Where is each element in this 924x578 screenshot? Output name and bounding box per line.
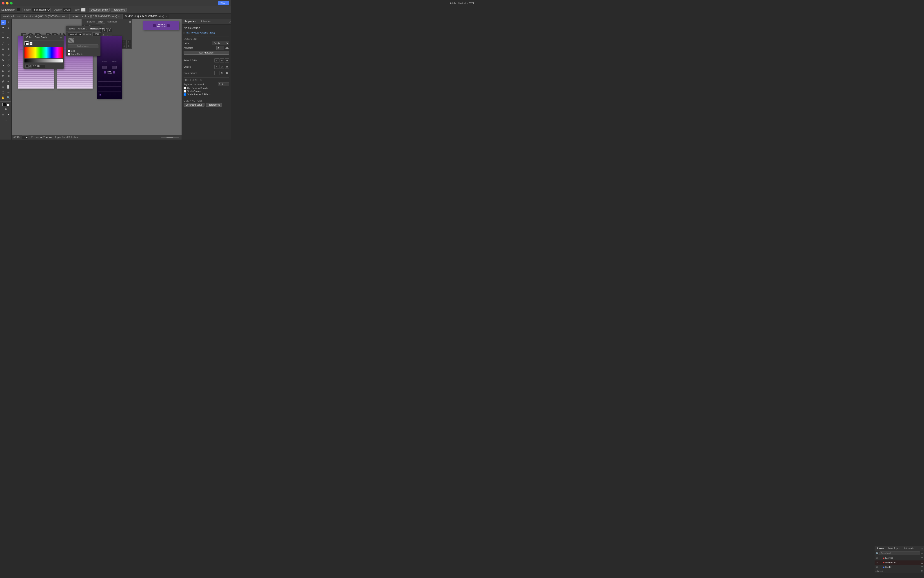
tab-transparency[interactable]: Transparency [89, 27, 105, 30]
slice-tool[interactable]: ✂ [6, 90, 11, 95]
artboard-next-btn[interactable]: ▶ [227, 47, 229, 49]
magic-wand-tool[interactable]: ✦ [1, 25, 6, 30]
style-preview[interactable] [81, 8, 86, 12]
type-options[interactable]: T↓ [6, 36, 11, 41]
units-select[interactable]: Points Pixels Inches Millimeters [212, 41, 229, 45]
draw-normal[interactable]: ▭ [1, 112, 6, 117]
properties-tab[interactable]: Properties [182, 19, 198, 24]
draw-behind[interactable]: ▪ [6, 112, 11, 117]
snap-btn-3[interactable]: ⊠ [225, 71, 229, 75]
blending-mode-select[interactable]: Normal Multiply Screen Overlay [68, 32, 82, 36]
type-tool[interactable]: T [1, 36, 6, 41]
more-tools-button[interactable]: ··· [3, 117, 8, 122]
keyboard-increment-input[interactable] [218, 82, 229, 86]
tab-color[interactable]: Color [25, 36, 32, 39]
fill-swatch-color[interactable] [24, 41, 29, 45]
ruler-btn-2[interactable]: ⊟ [220, 58, 224, 62]
use-preview-bounds-checkbox[interactable] [183, 87, 186, 89]
make-mask-button[interactable]: Make Mask [68, 44, 99, 48]
guides-btn-2[interactable]: ⊟ [220, 65, 224, 69]
eyedropper-tool[interactable]: 🖗 [1, 79, 6, 84]
artboard-3[interactable]: PLAYER 1 PLAYER 2 HUSKY ARCADE [97, 36, 122, 99]
zoom-tool[interactable]: 🔍 [6, 95, 11, 100]
edit-artboards-button[interactable]: Edit Artboards [183, 51, 229, 55]
artboard-input[interactable] [216, 46, 224, 50]
tab-color-guide[interactable]: Color Guide [34, 36, 48, 39]
quick-preferences-btn[interactable]: Preferences [206, 103, 222, 107]
shape-tool[interactable]: □ [6, 41, 11, 46]
invert-mask-checkbox[interactable] [68, 53, 70, 55]
brightness-slider[interactable] [24, 59, 63, 62]
scroll-indicator[interactable] [161, 136, 179, 138]
minimize-button[interactable] [6, 2, 8, 5]
pencil-tool[interactable]: ✎ [6, 47, 11, 52]
quick-document-setup-btn[interactable]: Document Setup [183, 103, 204, 107]
lasso-tool[interactable]: ⌀ [6, 25, 11, 30]
perspective-grid[interactable]: ⊡ [6, 68, 11, 73]
symbol-sprayer[interactable]: ☆ [1, 84, 6, 89]
transparency-panel-close[interactable]: × [110, 27, 112, 30]
shaper-tool[interactable]: ◈ [1, 52, 6, 57]
ruler-btn-3[interactable]: ⊞ [225, 58, 229, 62]
prev-artboard-btn[interactable]: ◀ [40, 136, 43, 139]
column-graph[interactable]: ▊ [6, 84, 11, 89]
paintbrush-tool[interactable]: ✏ [1, 47, 6, 52]
free-transform[interactable]: ⊹ [6, 63, 11, 68]
scale-corners-checkbox[interactable] [183, 90, 186, 93]
stroke-swatch-color[interactable] [26, 42, 29, 45]
next-artboard-btn[interactable]: ▶ [45, 136, 48, 139]
none-indicator[interactable]: ⊘ [29, 42, 32, 45]
transparency-panel-expand[interactable]: » [105, 27, 107, 30]
snap-btn-2[interactable]: ⊟ [220, 71, 224, 75]
transparency-panel-menu[interactable]: ≡ [107, 27, 109, 30]
opacity-input[interactable] [63, 8, 71, 12]
scroll-thumb[interactable] [167, 136, 173, 138]
canvas-area[interactable]: Transform Align Pathfinder ≡ Align Objec… [12, 19, 182, 140]
snap-btn-1[interactable]: ⊢ [214, 71, 219, 75]
artboard-prev-btn[interactable]: ◀ [225, 47, 227, 49]
hand-tool[interactable]: ✋ [1, 95, 6, 100]
stroke-select[interactable]: 5 pt. Round 1 pt 3 pt [32, 8, 50, 12]
ruler-btn-1[interactable]: ⊢ [214, 58, 219, 62]
tab-arcade-close[interactable]: × [66, 15, 67, 17]
direct-selection-tool[interactable]: ↖ [6, 20, 11, 25]
scale-tool[interactable]: ⤢ [6, 57, 11, 62]
fullscreen-button[interactable] [10, 2, 13, 5]
last-artboard-btn[interactable]: ⏭ [49, 136, 52, 139]
tab-stroke[interactable]: Stroke [68, 27, 76, 30]
color-spectrum[interactable] [24, 47, 63, 58]
guides-btn-1[interactable]: ⊢ [214, 65, 219, 69]
zoom-select[interactable]: 4.24% 100% 50% [22, 135, 29, 139]
opacity-stepper[interactable]: ⋮ [102, 33, 104, 36]
mesh-tool[interactable]: ⊟ [1, 74, 6, 79]
tab-adjusted-close[interactable]: × [118, 15, 120, 17]
color-panel-menu[interactable]: ≡ [60, 36, 62, 39]
blend-tool[interactable]: ∞ [6, 79, 11, 84]
none-swatch[interactable]: ⊘ [3, 107, 8, 112]
tab-final-close[interactable]: × [165, 15, 167, 17]
close-button[interactable] [2, 2, 5, 5]
fill-swatch[interactable] [17, 8, 20, 12]
preferences-toolbar-button[interactable]: Preferences [110, 8, 127, 12]
tab-adjusted[interactable]: adjusted scale.ai @ 8.62 % (CMYK/Preview… [70, 14, 122, 19]
tab-final[interactable]: Final V5.ai* @ 4.24 % (CMYK/Preview) × [122, 14, 169, 19]
artboard-tool[interactable]: ⬚ [1, 90, 6, 95]
artboard-4-banner[interactable]: HUSKY ARCADE [143, 21, 179, 30]
scale-strokes-checkbox[interactable] [183, 93, 186, 96]
right-panel-expand-icon[interactable]: ⤢ [229, 19, 231, 24]
gradient-tool[interactable]: ⊠ [6, 74, 11, 79]
selection-tool[interactable]: ▲ [1, 20, 6, 25]
eraser-tool[interactable]: ◻ [6, 52, 11, 57]
pen-tool[interactable]: ✒ [1, 31, 6, 36]
fill-color[interactable] [2, 103, 6, 106]
curvature-tool[interactable]: ⌒ [6, 31, 11, 36]
document-setup-toolbar-button[interactable]: Document Setup [89, 8, 110, 12]
tab-gradient[interactable]: Gradie... [77, 27, 88, 30]
share-button[interactable]: Share [218, 1, 229, 5]
libraries-tab[interactable]: Libraries [198, 19, 213, 24]
rotate-tool[interactable]: ↻ [1, 57, 6, 62]
hex-color-input[interactable] [32, 64, 45, 68]
line-segment-tool[interactable]: ╱ [1, 41, 6, 46]
first-artboard-btn[interactable]: ⏮ [36, 136, 39, 139]
stroke-color[interactable] [6, 104, 9, 106]
